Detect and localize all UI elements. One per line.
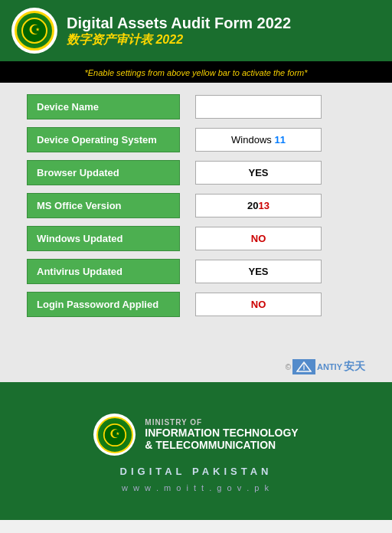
form-row-device-os: Device Operating System Windows 11 bbox=[27, 127, 365, 152]
header: ☪ Digital Assets Audit Form 2022 数字资产审计表… bbox=[0, 0, 392, 61]
footer-digital-pakistan: DIGITAL PAKISTAN bbox=[120, 466, 273, 477]
notice-bar: *Enable settings from above yellow bar t… bbox=[0, 61, 392, 83]
footer-ministry-line2: INFORMATION TECHNOLOGY bbox=[145, 427, 298, 440]
input-device-name[interactable] bbox=[195, 95, 322, 119]
display-office-version: 2013 bbox=[195, 194, 322, 217]
label-windows-updated: Windows Updated bbox=[27, 226, 180, 251]
svg-point-4 bbox=[303, 364, 305, 365]
header-logo: ☪ bbox=[11, 8, 57, 54]
footer-url: w w w . m o i t t . g o v . p k bbox=[122, 483, 270, 492]
antiy-cn-text: 安天 bbox=[344, 360, 365, 374]
footer-emblem-icon: ☪ bbox=[103, 423, 127, 447]
copyright-icon: © bbox=[286, 363, 291, 371]
svg-text:☪: ☪ bbox=[28, 22, 41, 38]
form-row-antivirus-updated: Antivirus Updated YES bbox=[27, 259, 365, 284]
form-area: Device Name Device Operating System Wind… bbox=[0, 83, 392, 336]
value-browser-updated: YES bbox=[195, 161, 365, 185]
value-device-name bbox=[195, 95, 365, 119]
windows-updated-value: NO bbox=[251, 233, 266, 244]
antiy-logo bbox=[292, 359, 315, 374]
value-antivirus-updated: YES bbox=[195, 260, 365, 283]
display-login-password: NO bbox=[195, 293, 322, 316]
label-device-os: Device Operating System bbox=[27, 127, 180, 152]
display-windows-updated: NO bbox=[195, 227, 322, 250]
watermark: © ANTIY 安天 bbox=[286, 359, 365, 374]
footer-ministry-text: MINISTRY OF INFORMATION TECHNOLOGY & TEL… bbox=[145, 418, 298, 452]
login-password-value: NO bbox=[251, 299, 266, 310]
pakistan-emblem-icon: ☪ bbox=[21, 17, 48, 44]
logo-inner: ☪ bbox=[15, 11, 54, 51]
label-browser-updated: Browser Updated bbox=[27, 160, 180, 185]
antivirus-updated-value: YES bbox=[248, 266, 268, 277]
form-row-office-version: MS Office Version 2013 bbox=[27, 193, 365, 218]
label-antivirus-updated: Antivirus Updated bbox=[27, 259, 180, 284]
antiy-icon bbox=[296, 361, 312, 372]
header-titles: Digital Assets Audit Form 2022 数字资产审计表 2… bbox=[67, 14, 291, 48]
form-row-device-name: Device Name bbox=[27, 94, 365, 119]
svg-text:☪: ☪ bbox=[109, 427, 120, 440]
label-device-name: Device Name bbox=[27, 94, 180, 119]
value-device-os: Windows 11 bbox=[195, 128, 365, 152]
form-row-browser-updated: Browser Updated YES bbox=[27, 160, 365, 185]
form-row-login-password: Login Passoword Applied NO bbox=[27, 292, 365, 317]
os-text: Windows 11 bbox=[231, 134, 286, 146]
footer-ministry-line3: & TELECOMMUNICATION bbox=[145, 439, 298, 451]
display-device-os: Windows 11 bbox=[195, 128, 322, 152]
value-login-password: NO bbox=[195, 293, 365, 316]
form-row-windows-updated: Windows Updated NO bbox=[27, 226, 365, 251]
value-windows-updated: NO bbox=[195, 227, 365, 250]
display-browser-updated: YES bbox=[195, 161, 322, 185]
value-office-version: 2013 bbox=[195, 194, 365, 217]
footer-ministry-line1: MINISTRY OF bbox=[145, 418, 298, 427]
footer-logo-row: ☪ MINISTRY OF INFORMATION TECHNOLOGY & T… bbox=[93, 414, 298, 456]
footer-logo-inner: ☪ bbox=[96, 417, 133, 453]
notice-text: *Enable settings from above yellow bar t… bbox=[84, 68, 307, 77]
header-title-zh: 数字资产审计表 2022 bbox=[67, 32, 291, 48]
browser-updated-value: YES bbox=[248, 167, 268, 178]
label-office-version: MS Office Version bbox=[27, 193, 180, 218]
display-antivirus-updated: YES bbox=[195, 260, 322, 283]
footer: ☪ MINISTRY OF INFORMATION TECHNOLOGY & T… bbox=[0, 382, 392, 520]
office-version-value: 2013 bbox=[247, 200, 270, 211]
watermark-area: © ANTIY 安天 bbox=[0, 336, 392, 382]
header-title-en: Digital Assets Audit Form 2022 bbox=[67, 14, 291, 32]
footer-logo: ☪ bbox=[93, 414, 136, 456]
label-login-password: Login Passoword Applied bbox=[27, 292, 180, 317]
antiy-text: ANTIY bbox=[317, 362, 342, 371]
